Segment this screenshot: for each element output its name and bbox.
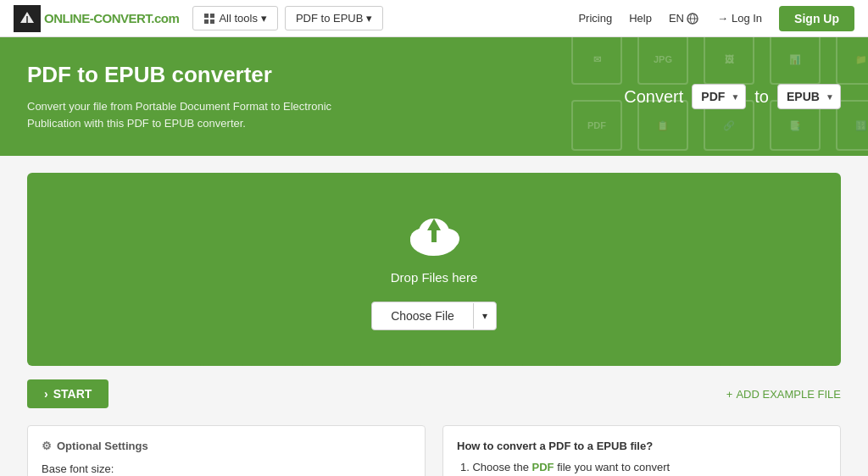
svg-rect-3 [204,14,209,18]
optional-settings-title: ⚙ Optional Settings [42,440,411,452]
bg-icon-folder: 📁 [836,37,868,85]
to-label: to [754,87,769,107]
action-row: › START + ADD EXAMPLE FILE [27,379,841,408]
page-title: PDF to EPUB converter [27,62,590,88]
drop-zone[interactable]: Drop Files here Choose File ▾ [27,173,841,366]
language-selector[interactable]: EN [660,7,707,30]
bg-icon-chart: 📊 [770,37,821,85]
main-content: Drop Files here Choose File ▾ › START + … [0,156,868,476]
globe-icon [687,13,698,25]
convert-label: Convert [624,87,683,107]
pdf-to-epub-button[interactable]: PDF to EPUB ▾ [285,6,383,30]
how-to-list: 1. Choose the PDF file you want to conve… [457,461,826,476]
optional-settings-panel: ⚙ Optional Settings Base font size: pt [27,425,426,476]
pdf-to-epub-chevron-icon: ▾ [366,12,372,25]
gear-icon: ⚙ [42,440,52,452]
all-tools-button[interactable]: All tools ▾ [192,6,278,30]
navbar: ONLINE-CONVERT.com All tools ▾ PDF to EP… [0,0,868,37]
from-format-select[interactable]: PDF [692,84,746,109]
grid-icon [203,13,215,25]
svg-rect-4 [210,14,214,18]
login-label: Log In [732,12,762,25]
choose-file-button[interactable]: Choose File ▾ [371,302,497,330]
start-chevron-icon: › [44,387,48,401]
upload-cloud-icon [403,208,465,262]
logo-icon [14,5,41,32]
to-format-select-wrap[interactable]: EPUB [777,84,841,109]
start-label: START [53,387,92,401]
logo-text: ONLINE-CONVERT.com [44,11,179,25]
plus-icon: + [726,388,733,401]
pricing-link[interactable]: Pricing [570,7,620,30]
from-format-select-wrap[interactable]: PDF [692,84,746,109]
all-tools-chevron-icon: ▾ [261,12,267,25]
hero-banner: PDF to EPUB converter Convert your file … [0,37,868,156]
signup-button[interactable]: Sign Up [779,6,854,31]
to-format-select[interactable]: EPUB [777,84,841,109]
logo[interactable]: ONLINE-CONVERT.com [14,5,179,32]
drop-text: Drop Files here [391,270,478,285]
add-example-label: ADD EXAMPLE FILE [736,388,841,401]
start-button[interactable]: › START [27,379,108,408]
how-to-title: How to convert a PDF to a EPUB file? [457,440,826,452]
pdf-to-epub-label: PDF to EPUB [296,12,363,25]
hero-left: PDF to EPUB converter Convert your file … [27,62,590,131]
how-to-panel: How to convert a PDF to a EPUB file? 1. … [442,425,841,476]
hero-converter: Convert PDF to EPUB [624,84,841,109]
add-example-button[interactable]: + ADD EXAMPLE FILE [726,388,841,401]
bottom-sections: ⚙ Optional Settings Base font size: pt H… [27,425,841,476]
bg-icon-image: 🖼 [704,37,754,85]
base-font-label: Base font size: [42,462,411,475]
choose-file-chevron-icon[interactable]: ▾ [473,303,496,329]
all-tools-label: All tools [219,12,258,25]
svg-point-2 [26,21,28,23]
hero-description: Convert your file from Portable Document… [27,98,349,131]
help-link[interactable]: Help [620,7,660,30]
login-button[interactable]: → Log In [707,7,772,30]
choose-file-label[interactable]: Choose File [372,302,473,329]
svg-rect-6 [210,19,214,24]
svg-rect-5 [204,19,209,24]
login-arrow-icon: → [717,12,728,25]
lang-label: EN [669,12,684,25]
bg-icon-jpg: JPG [637,37,688,85]
how-to-step-1: 1. Choose the PDF file you want to conve… [457,461,826,473]
